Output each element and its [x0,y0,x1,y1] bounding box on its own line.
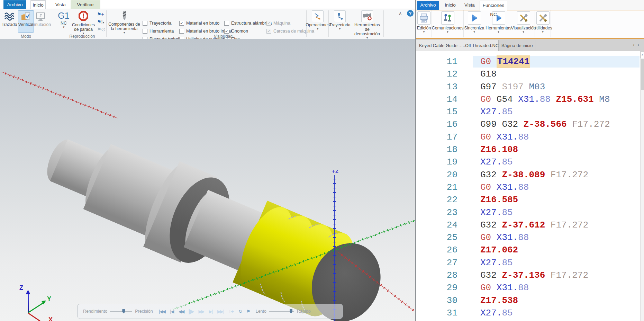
skip-to-end-button[interactable]: ▶▶| [215,309,226,314]
code-line-15[interactable]: 15X27.85 [416,106,640,118]
verificar-mode-button[interactable]: Verificar [18,10,34,33]
code-line-12[interactable]: 12G18 [416,68,640,80]
code-line-31[interactable]: 31X27.85 [416,307,640,319]
checkbox-box[interactable]: ✓ [224,29,229,34]
code-line-32[interactable]: 32G32 Z-36.659 F17.272 [416,319,640,321]
document-tab-active[interactable]: Keyed Cable Guide -....Off Threaded.NC × [416,40,499,51]
fast-forward-button[interactable]: ▶▶ [196,309,207,314]
code-line-21[interactable]: 21G0 X31.88 [416,181,640,194]
play-button[interactable]: ▶ [186,307,196,315]
code-token: X27. [480,207,502,218]
code-token: Z15.631 [556,94,599,105]
code-text: G97 S197 M03 [480,81,545,93]
code-line-18[interactable]: 18Z16.108 [416,143,640,156]
code-line-28[interactable]: 28G32 Z-37.136 F17.272 [416,269,640,282]
code-line-14[interactable]: 14G0 G54 X31.88 Z15.631 M8 [416,93,640,106]
tab-inicio[interactable]: Inicio [30,0,46,9]
step-forward-button[interactable]: ▶| [207,309,215,314]
utilidades-button[interactable]: Utilidades▾ [535,10,551,37]
code-line-13[interactable]: 13G97 S197 M03 [416,81,640,93]
editor-scrollbar[interactable]: ▲ [640,51,644,321]
code-text: G0 G54 X31.88 Z15.631 M8 [480,93,610,106]
code-line-27[interactable]: 27X27.85 [416,257,640,269]
code-line-26[interactable]: 26Z17.062 [416,244,640,256]
checkbox-herramienta[interactable]: Herramienta [143,27,181,35]
line-number: 29 [416,282,457,294]
code-line-24[interactable]: 24G32 Z-37.612 F17.272 [416,219,640,231]
scroll-up-icon[interactable]: ▲ [641,51,644,58]
checkbox-box[interactable]: ✓ [179,21,184,26]
code-line-19[interactable]: 19X27.85 [416,156,640,168]
tab-verificar[interactable]: Verificar [71,0,100,9]
tab-inicio-editor[interactable]: Inicio [443,1,457,10]
sincroniza-button[interactable]: Sincroniza▾ [464,10,485,37]
herramientas-button[interactable]: Herramientas▾ [485,10,512,37]
help-button[interactable]: ? [407,10,414,17]
tab-archivo[interactable]: Archivo [3,0,26,9]
checkbox-box[interactable] [143,21,147,26]
trazado-button[interactable]: Trazado [1,10,17,33]
componentes-herramienta-button[interactable]: Componentes de la herramienta ▾ [108,10,140,35]
checkbox-estructura-al-mbrica[interactable]: Estructura alámbrica [224,19,272,27]
slider-thumb[interactable] [290,309,292,313]
machined-part [32,97,415,321]
simulation-viewport[interactable]: +Z Z Y X Rendimiento Precisión |◀◀|◀◀◀▶▶… [0,39,415,321]
tab-archivo-editor[interactable]: Archivo [417,1,439,10]
edición-button[interactable]: Edición▾ [416,10,432,37]
checkbox-trayectoria[interactable]: Trayectoria [143,19,181,27]
stop-disabled-icon[interactable]: ⚑∅ [97,26,106,33]
checkbox-box[interactable] [143,29,147,34]
speed-precision-slider[interactable] [110,311,132,312]
code-line-30[interactable]: 30Z17.538 [416,294,640,307]
document-tab-label: Página de inicio [501,43,533,48]
code-line-29[interactable]: 29G0 X31.88 [416,282,640,294]
checkbox-box[interactable] [224,21,229,26]
code-line-22[interactable]: 22Z16.585 [416,194,640,206]
loop-button[interactable]: ↻ [236,309,244,314]
checkbox-box[interactable]: ✓ [266,29,271,34]
code-text: G99 G32 Z-38.566 F17.272 [480,118,610,131]
code-line-25[interactable]: 25G0 X31.88 [416,231,640,244]
nc-code-editor[interactable]: 11G0 T1424112G1813G97 S197 M0314G0 G54 X… [416,51,640,321]
checkbox-box[interactable]: ✓ [266,21,271,26]
playback-rate-slider[interactable] [269,311,294,312]
nc-button[interactable]: G1 NC ▾ [56,10,71,33]
code-line-11[interactable]: 11G0 T14241 [416,55,640,68]
line-number: 21 [416,181,457,194]
simulacion-button[interactable]: Simulación [33,10,48,33]
rapido-label: Rápido [297,309,311,314]
tab-funciones-nc[interactable]: Funciones NC [480,1,507,10]
operaciones-button[interactable]: Operaciones ▾ [307,10,328,30]
tab-scroll-arrows[interactable]: ‹› [633,42,642,47]
run-to-tool-change-button[interactable]: T+ [226,309,236,314]
comunicaciones-button[interactable]: Comunicaciones▾ [432,10,464,37]
demo-camera-icon [361,10,373,22]
code-text: G32 Z-37.136 F17.272 [480,269,588,282]
tab-vista[interactable]: Vista [51,0,70,9]
herramientas-demostracion-button[interactable]: Herramientas de demostración ▾ [352,10,382,39]
add-stop-condition-icon[interactable]: ⚑+ [97,10,106,18]
step-back-button[interactable]: |◀ [167,309,176,314]
chevron-down-icon: ▾ [423,30,425,33]
chevron-down-icon: ▾ [366,36,368,39]
document-tab-home[interactable]: Página de inicio [499,40,535,51]
code-line-20[interactable]: 20G32 Z-38.089 F17.272 [416,169,640,181]
ribbon-button-label: Visualización [511,26,536,30]
code-line-23[interactable]: 23X27.85 [416,206,640,219]
scrollbar-thumb[interactable] [641,59,644,90]
rewind-button[interactable]: ◀◀ [176,309,186,314]
visualización-button[interactable]: Visualización▾ [512,10,535,37]
code-line-16[interactable]: 16G99 G32 Z-38.566 F17.272 [416,118,640,131]
collapse-ribbon-button[interactable]: ∧ [399,11,402,16]
trayectoria-button[interactable]: Trayectoria ▾ [329,10,350,30]
skip-to-start-button[interactable]: |◀◀ [156,309,167,314]
slider-thumb[interactable] [122,309,125,313]
checkbox-box[interactable] [179,29,184,34]
stop-at-tool-change-icon[interactable]: ⚑!▾ [97,18,106,26]
tab-vista-editor[interactable]: Vista [463,1,476,10]
code-line-17[interactable]: 17G0 X31.88 [416,131,640,143]
run-to-condition-button[interactable]: ⚑ [244,309,252,314]
chevron-down-icon: ▾ [447,30,448,33]
condiciones-de-parada-button[interactable]: Condiciones de parada ▾ [71,10,96,35]
checkbox-material-en-bruto[interactable]: ✓Material en bruto [179,19,232,27]
